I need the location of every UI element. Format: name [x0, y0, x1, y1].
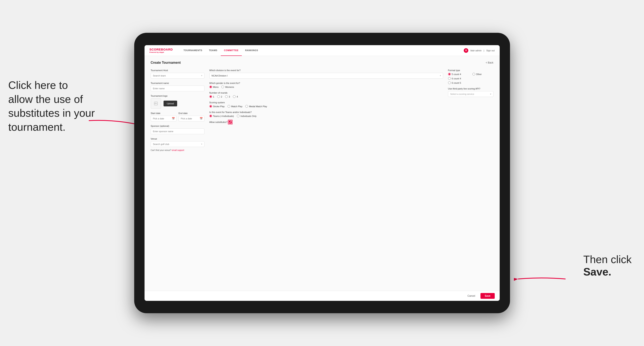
back-link[interactable]: < Back	[486, 61, 493, 64]
rounds-group: Number of rounds 1 2	[209, 92, 443, 98]
image-icon	[154, 101, 158, 106]
scoring-group: Scoring system Stroke Play Match Play	[209, 101, 443, 108]
gender-group: Which gender is the event for? Mens Wome…	[209, 82, 443, 88]
end-date-wrap: 📅	[178, 116, 204, 122]
start-date-group: Start date 📅	[151, 112, 176, 122]
logo-upload-area: Upload	[151, 98, 204, 109]
annotation-right: Then click Save.	[583, 253, 632, 278]
rounds-2[interactable]: 2	[217, 95, 222, 98]
logo-group: Tournament logo Upload	[151, 95, 204, 109]
substitutes-label: Allow substitutes?	[209, 121, 228, 123]
sign-out-link[interactable]: Sign out	[486, 49, 494, 52]
form-col-1: Tournament Host ▼ Tournament name Tourna…	[151, 69, 204, 151]
format-label: Format type	[448, 69, 494, 72]
page-content: Create Tournament < Back Tournament Host…	[144, 56, 500, 291]
venue-email-link[interactable]: email support	[172, 149, 184, 151]
rounds-radio-group: 1 2 3 4	[209, 95, 443, 98]
start-date-icon: 📅	[172, 117, 175, 120]
format-5count4[interactable]: 5 count 4	[448, 73, 469, 75]
end-date-icon: 📅	[200, 117, 203, 120]
gender-womens-label: Womens	[225, 86, 234, 88]
start-date-wrap: 📅	[151, 116, 176, 122]
rounds-2-label: 2	[221, 95, 222, 98]
end-date-group: End date 📅	[178, 112, 204, 122]
form-col-2: Which division is the event for? NCAA Di…	[209, 69, 443, 151]
format-group: Format type 5 count 4 Other	[448, 69, 494, 84]
name-group: Tournament name	[151, 82, 204, 91]
scoring-api-select[interactable]: Select a scoring service Select & scorin…	[448, 91, 494, 97]
rounds-4[interactable]: 4	[233, 95, 238, 98]
format-6count4[interactable]: 6 count 4	[448, 77, 469, 80]
nav-committee[interactable]: COMMITTEE	[221, 45, 242, 56]
date-row: Start date 📅 End date 📅	[151, 112, 204, 122]
substitutes-checkbox[interactable]	[229, 121, 232, 124]
scoring-api-wrap: Select a scoring service Select & scorin…	[448, 91, 494, 97]
logo-scoreboard: SCOREBOARD	[150, 48, 173, 51]
scoring-api-label: Use third-party live scoring API?	[448, 87, 494, 90]
form-col-3: Format type 5 count 4 Other	[448, 69, 494, 151]
save-button[interactable]: Save	[480, 293, 494, 299]
sponsor-group: Sponsor (optional)	[151, 125, 204, 134]
gender-mens[interactable]: Mens	[209, 86, 219, 88]
end-date-label: End date	[178, 112, 204, 114]
substitutes-item[interactable]: Allow substitutes?	[209, 121, 443, 124]
nav-separator: |	[484, 49, 484, 52]
rounds-3[interactable]: 3	[225, 95, 230, 98]
host-group: Tournament Host ▼	[151, 69, 204, 79]
scoring-api-group: Use third-party live scoring API? Select…	[448, 87, 494, 97]
scoring-label: Scoring system	[209, 101, 443, 104]
format-options-grid: 5 count 4 Other 6 count 4	[448, 73, 494, 84]
format-6count5[interactable]: 6 count 5	[448, 81, 469, 84]
name-input[interactable]	[151, 86, 204, 91]
teams-group: Is this event for Teams and/or Individua…	[209, 111, 443, 117]
scoring-match[interactable]: Match Play	[228, 105, 242, 108]
format-6count4-label: 6 count 4	[452, 77, 461, 80]
tablet-device: SCOREBOARD Powered by clippd TOURNAMENTS…	[134, 33, 510, 313]
nav-teams[interactable]: TEAMS	[206, 45, 221, 56]
nav-rankings[interactable]: RANKINGS	[242, 45, 262, 56]
teams-plus-label: Teams (+Individuals)	[213, 115, 234, 117]
scoring-medal[interactable]: Medal Match Play	[245, 105, 267, 108]
annotation-left: Click here to allow the use of substitut…	[8, 78, 95, 134]
rounds-label: Number of rounds	[209, 92, 443, 94]
nav-tournaments[interactable]: TOURNAMENTS	[180, 45, 206, 56]
format-other[interactable]: Other	[472, 73, 494, 75]
substitutes-group: Allow substitutes?	[209, 121, 443, 124]
scoring-stroke[interactable]: Stroke Play	[209, 105, 225, 108]
format-other-label: Other	[476, 73, 482, 75]
individuals-only[interactable]: Individuals Only	[237, 115, 257, 117]
start-date-label: Start date	[151, 112, 176, 114]
navigation-bar: SCOREBOARD Powered by clippd TOURNAMENTS…	[144, 45, 500, 56]
venue-input[interactable]	[151, 141, 204, 147]
logo-label: Tournament logo	[151, 95, 204, 97]
gender-radio-group: Mens Womens	[209, 86, 443, 88]
nav-links: TOURNAMENTS TEAMS COMMITTEE RANKINGS	[180, 45, 464, 56]
nav-right: B blair admin | Sign out	[464, 48, 494, 53]
sponsor-label: Sponsor (optional)	[151, 125, 204, 127]
rounds-1[interactable]: 1	[209, 95, 214, 98]
individuals-only-label: Individuals Only	[240, 115, 257, 117]
scoring-match-label: Match Play	[231, 105, 242, 108]
logo-text: SCOREBOARD	[150, 48, 173, 51]
division-group: Which division is the event for? NCAA Di…	[209, 69, 443, 79]
teams-plus-individuals[interactable]: Teams (+Individuals)	[209, 115, 234, 117]
scoring-radio-group: Stroke Play Match Play Medal Match Play	[209, 105, 443, 108]
host-label: Tournament Host	[151, 69, 204, 72]
tablet-screen: SCOREBOARD Powered by clippd TOURNAMENTS…	[144, 45, 500, 301]
user-name: blair admin	[470, 49, 482, 52]
teams-radio-group: Teams (+Individuals) Individuals Only	[209, 115, 443, 117]
rounds-3-label: 3	[229, 95, 230, 98]
division-select[interactable]: NCAA Division I	[209, 73, 443, 79]
rounds-1-label: 1	[213, 95, 214, 98]
gender-womens[interactable]: Womens	[221, 86, 234, 88]
sponsor-input[interactable]	[151, 129, 204, 134]
upload-button[interactable]: Upload	[164, 101, 177, 106]
scoring-medal-label: Medal Match Play	[249, 105, 267, 108]
rounds-4-label: 4	[236, 95, 238, 98]
venue-hint: Can't find your venue? email support	[151, 149, 204, 151]
cancel-button[interactable]: Cancel	[464, 293, 478, 299]
host-input[interactable]	[151, 73, 204, 79]
form-layout: Tournament Host ▼ Tournament name Tourna…	[151, 69, 494, 151]
footer-bar: Cancel Save	[144, 291, 500, 301]
name-label: Tournament name	[151, 82, 204, 84]
